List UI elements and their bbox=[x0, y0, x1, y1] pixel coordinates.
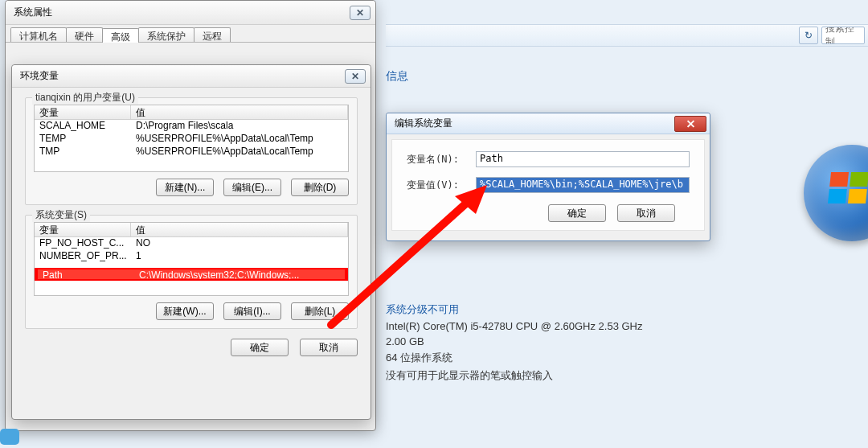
tab-remote[interactable]: 远程 bbox=[194, 27, 231, 42]
list-header: 变量 值 bbox=[35, 105, 348, 120]
header-value: 值 bbox=[131, 223, 348, 236]
variable-value-label: 变量值(V): bbox=[407, 179, 476, 192]
tab-computer-name[interactable]: 计算机名 bbox=[10, 27, 67, 42]
ok-button[interactable]: 确定 bbox=[548, 204, 606, 222]
taskbar-cloud-icon[interactable] bbox=[0, 429, 19, 445]
explorer-toolbar: ↻ 搜索控制 bbox=[386, 24, 868, 47]
cpu-info: Intel(R) Core(TM) i5-4278U CPU @ 2.60GHz… bbox=[386, 320, 643, 332]
variable-name-input[interactable]: Path bbox=[476, 151, 690, 167]
os-type-info: 64 位操作系统 bbox=[386, 351, 643, 365]
search-input[interactable]: 搜索控制 bbox=[821, 27, 865, 44]
edit-body: 变量名(N): Path 变量值(V): %SCALA_HOME%\bin;%S… bbox=[391, 139, 705, 231]
list-item[interactable]: SCALA_HOMED:\Program Files\scala bbox=[35, 120, 348, 133]
refresh-button[interactable]: ↻ bbox=[799, 27, 818, 44]
system-buttons: 新建(W)... 编辑(I)... 删除(L) bbox=[34, 302, 349, 320]
list-item-selected[interactable]: PathC:\Windows\system32;C:\Windows;... bbox=[35, 268, 348, 281]
environment-variables-titlebar: 环境变量 ✕ bbox=[12, 65, 371, 88]
header-name: 变量 bbox=[35, 223, 131, 236]
list-item[interactable]: NUMBER_OF_PR...1 bbox=[35, 250, 348, 263]
header-name: 变量 bbox=[35, 105, 131, 119]
close-icon[interactable]: ✕ bbox=[350, 6, 371, 20]
system-variables-group: 系统变量(S) 变量 值 FP_NO_HOST_C...NO NUMBER_OF… bbox=[25, 215, 358, 329]
tab-advanced[interactable]: 高级 bbox=[102, 28, 139, 43]
variable-value-field: 变量值(V): %SCALA_HOME%\bin;%SCALA_HOME%\jr… bbox=[407, 177, 690, 193]
user-variables-group-title: tianqixin 的用户变量(U) bbox=[32, 91, 138, 105]
edit-button[interactable]: 编辑(E)... bbox=[223, 179, 281, 196]
delete-button[interactable]: 删除(D) bbox=[291, 179, 349, 196]
close-icon[interactable]: ✕ bbox=[345, 69, 366, 84]
edit-system-variable-dialog: 编辑系统变量 变量名(N): Path 变量值(V): %SCALA_HOME%… bbox=[386, 113, 710, 241]
variable-name-label: 变量名(N): bbox=[407, 153, 476, 166]
list-header: 变量 值 bbox=[35, 223, 348, 237]
cancel-button[interactable]: 取消 bbox=[300, 339, 358, 356]
system-properties-tabs: 计算机名 硬件 高级 系统保护 远程 bbox=[6, 25, 375, 43]
new-button[interactable]: 新建(N)... bbox=[156, 179, 214, 196]
variable-value-input[interactable]: %SCALA_HOME%\bin;%SCALA_HOME%\jre\b bbox=[476, 177, 690, 193]
edit-variable-title: 编辑系统变量 bbox=[395, 117, 452, 130]
system-properties-titlebar: 系统属性 ✕ bbox=[6, 1, 375, 25]
dialog-buttons: 确定 取消 bbox=[407, 203, 690, 225]
windows-logo-icon bbox=[804, 145, 868, 241]
system-properties-title: 系统属性 bbox=[14, 6, 52, 19]
list-item[interactable]: FP_NO_HOST_C...NO bbox=[35, 237, 348, 250]
system-variables-list[interactable]: 变量 值 FP_NO_HOST_C...NO NUMBER_OF_PR...1 … bbox=[34, 222, 349, 296]
list-item[interactable]: TEMP%USERPROFILE%\AppData\Local\Temp bbox=[35, 133, 348, 146]
edit-button[interactable]: 编辑(I)... bbox=[223, 302, 281, 320]
ram-info: 2.00 GB bbox=[386, 335, 643, 347]
info-heading: 信息 bbox=[386, 69, 408, 84]
user-variables-list[interactable]: 变量 值 SCALA_HOMED:\Program Files\scala TE… bbox=[34, 105, 349, 172]
dialog-buttons: 确定 取消 bbox=[12, 332, 371, 363]
variable-name-field: 变量名(N): Path bbox=[407, 151, 690, 167]
close-icon[interactable] bbox=[674, 116, 706, 132]
environment-variables-dialog: 环境变量 ✕ tianqixin 的用户变量(U) 变量 值 SCALA_HOM… bbox=[11, 64, 371, 420]
new-button[interactable]: 新建(W)... bbox=[156, 302, 214, 320]
system-rating-block: 系统分级不可用 Intel(R) Core(TM) i5-4278U CPU @… bbox=[386, 299, 643, 386]
header-value: 值 bbox=[131, 105, 348, 119]
list-item[interactable]: TMP%USERPROFILE%\AppData\Local\Temp bbox=[35, 146, 348, 158]
user-variables-group: tianqixin 的用户变量(U) 变量 值 SCALA_HOMED:\Pro… bbox=[25, 97, 358, 205]
system-variables-group-title: 系统变量(S) bbox=[32, 208, 90, 222]
rating-link[interactable]: 系统分级不可用 bbox=[386, 302, 643, 317]
tab-system-protection[interactable]: 系统保护 bbox=[138, 27, 194, 42]
system-info-heading-block: 信息 bbox=[386, 66, 408, 88]
environment-variables-title: 环境变量 bbox=[20, 69, 59, 83]
cancel-button[interactable]: 取消 bbox=[617, 204, 675, 222]
user-buttons: 新建(N)... 编辑(E)... 删除(D) bbox=[34, 179, 349, 196]
tab-hardware[interactable]: 硬件 bbox=[66, 27, 103, 42]
delete-button[interactable]: 删除(L) bbox=[291, 302, 349, 320]
ok-button[interactable]: 确定 bbox=[231, 339, 289, 356]
edit-variable-titlebar: 编辑系统变量 bbox=[387, 113, 710, 134]
pen-touch-info: 没有可用于此显示器的笔或触控输入 bbox=[386, 368, 643, 383]
